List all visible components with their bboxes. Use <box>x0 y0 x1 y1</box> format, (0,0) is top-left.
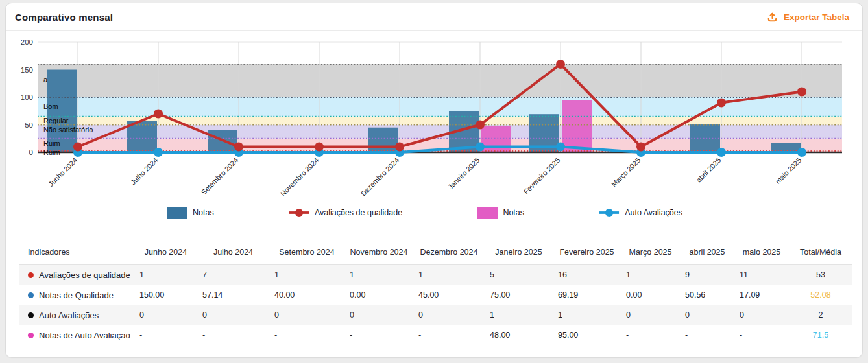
bar-notas-auto-6[interactable] <box>562 100 592 152</box>
total-cell: 71.5 <box>789 325 852 345</box>
legend-item-0[interactable]: Notas <box>167 207 214 219</box>
value-cell: 0 <box>344 305 413 325</box>
export-table-button[interactable]: Exportar Tabela <box>767 12 849 23</box>
series-dot <box>28 312 34 318</box>
column-header-9: abril 2025 <box>680 240 734 265</box>
point-auto-avalia-es-5[interactable] <box>476 143 485 152</box>
value-cell: 1 <box>344 265 413 285</box>
x-tick-label: maio 2025 <box>774 156 803 185</box>
value-cell: 11 <box>734 265 789 285</box>
legend-item-3[interactable]: Auto Avaliações <box>599 207 682 219</box>
value-cell: 150.00 <box>134 285 197 305</box>
legend-square-swatch <box>167 207 187 219</box>
row-label: Auto Avaliações <box>39 310 99 320</box>
value-cell: 69.19 <box>553 285 621 305</box>
value-cell: - <box>680 325 734 345</box>
point-avalia-es-de-qualidade-6[interactable] <box>556 60 565 69</box>
table-row-0: Avaliações de qualidade17111516191153 <box>19 265 852 285</box>
point-avalia-es-de-qualidade-8[interactable] <box>717 99 726 108</box>
value-cell: 0 <box>134 305 197 325</box>
x-tick-label: Março 2025 <box>610 156 642 189</box>
point-avalia-es-de-qualidade-9[interactable] <box>797 88 806 97</box>
column-header-3: Setembro 2024 <box>269 240 344 265</box>
column-header-0: Indicadores <box>19 240 134 265</box>
value-cell: 1 <box>621 265 680 285</box>
row-label: Avaliações de qualidade <box>39 270 130 280</box>
point-avalia-es-de-qualidade-0[interactable] <box>73 143 82 152</box>
column-header-2: Julho 2024 <box>197 240 269 265</box>
y-tick-label: 200 <box>21 38 33 46</box>
legend-line-dot-swatch <box>599 207 620 219</box>
column-header-6: Janeiro 2025 <box>485 240 553 265</box>
value-cell: - <box>197 325 269 345</box>
point-auto-avalia-es-9[interactable] <box>797 148 806 157</box>
value-cell: 1 <box>485 305 553 325</box>
total-cell: 2 <box>789 305 852 325</box>
x-tick-label: Janeiro 2025 <box>446 156 481 191</box>
point-avalia-es-de-qualidade-1[interactable] <box>154 110 163 119</box>
value-cell: 9 <box>680 265 734 285</box>
point-avalia-es-de-qualidade-3[interactable] <box>315 143 324 152</box>
bar-notas-4[interactable] <box>368 128 398 152</box>
point-avalia-es-de-qualidade-4[interactable] <box>395 143 404 152</box>
total-cell: 53 <box>789 265 852 285</box>
band-label: Bom <box>43 102 58 110</box>
y-tick-label: 50 <box>25 121 33 129</box>
y-tick-label: 0 <box>29 148 33 156</box>
total-cell: 52.08 <box>789 285 852 305</box>
value-cell: 0.00 <box>344 285 413 305</box>
legend-item-1[interactable]: Avaliações de qualidade <box>289 207 402 219</box>
point-auto-avalia-es-1[interactable] <box>154 148 163 157</box>
legend-item-2[interactable]: Notas <box>477 207 524 219</box>
value-cell: 45.00 <box>413 285 485 305</box>
column-header-4: Novembro 2024 <box>344 240 413 265</box>
value-cell: 95.00 <box>553 325 621 345</box>
y-tick-label: 150 <box>21 66 33 74</box>
value-cell: 16 <box>553 265 621 285</box>
value-cell: 1 <box>553 305 621 325</box>
point-auto-avalia-es-8[interactable] <box>717 148 726 157</box>
value-cell: - <box>413 325 485 345</box>
value-cell: - <box>134 325 197 345</box>
column-header-11: Total/Média <box>789 240 852 265</box>
value-cell: - <box>344 325 413 345</box>
value-cell: 48.00 <box>485 325 553 345</box>
export-table-label: Exportar Tabela <box>784 12 849 22</box>
value-cell: 1 <box>134 265 197 285</box>
point-avalia-es-de-qualidade-5[interactable] <box>476 121 485 130</box>
value-cell: 17.09 <box>734 285 789 305</box>
band-label: Ruim <box>43 139 60 147</box>
x-tick-label: Julho 2024 <box>129 156 160 187</box>
value-cell: 0 <box>413 305 485 325</box>
column-header-10: maio 2025 <box>734 240 789 265</box>
row-label-cell: Avaliações de qualidade <box>19 265 134 285</box>
band-label: Ruim <box>43 148 60 156</box>
comparativo-card: Comparativo mensal Exportar Tabela aBomR… <box>5 3 863 358</box>
table-row-1: Notas de Qualidade150.0057.1440.000.0045… <box>19 285 852 305</box>
upload-icon <box>767 12 778 23</box>
band-label: Não satisfatório <box>43 126 93 134</box>
point-auto-avalia-es-6[interactable] <box>556 143 565 152</box>
point-avalia-es-de-qualidade-2[interactable] <box>234 143 243 152</box>
value-cell: 0 <box>621 305 680 325</box>
legend-label: Notas <box>503 208 524 217</box>
value-cell: 40.00 <box>269 285 344 305</box>
series-dot <box>28 292 34 298</box>
chart-legend: NotasAvaliações de qualidadeNotasAuto Av… <box>167 206 682 219</box>
legend-label: Avaliações de qualidade <box>315 208 402 217</box>
value-cell: 0.00 <box>621 285 680 305</box>
card-header: Comparativo mensal Exportar Tabela <box>6 3 862 31</box>
page-title: Comparativo mensal <box>15 12 113 23</box>
value-cell: 1 <box>269 265 344 285</box>
legend-line-dot-swatch <box>289 207 309 219</box>
row-label-cell: Notas de Auto Avaliação <box>19 325 134 345</box>
row-label: Notas de Auto Avaliação <box>39 331 130 340</box>
column-header-7: Fevereiro 2025 <box>553 240 621 265</box>
value-cell: 50.56 <box>680 285 734 305</box>
point-avalia-es-de-qualidade-7[interactable] <box>636 143 645 152</box>
dashboard-page: Comparativo mensal Exportar Tabela aBomR… <box>0 0 868 363</box>
value-cell: 75.00 <box>485 285 553 305</box>
value-cell: - <box>269 325 344 345</box>
row-label-cell: Notas de Qualidade <box>19 285 134 305</box>
x-tick-label: Junho 2024 <box>47 156 78 188</box>
